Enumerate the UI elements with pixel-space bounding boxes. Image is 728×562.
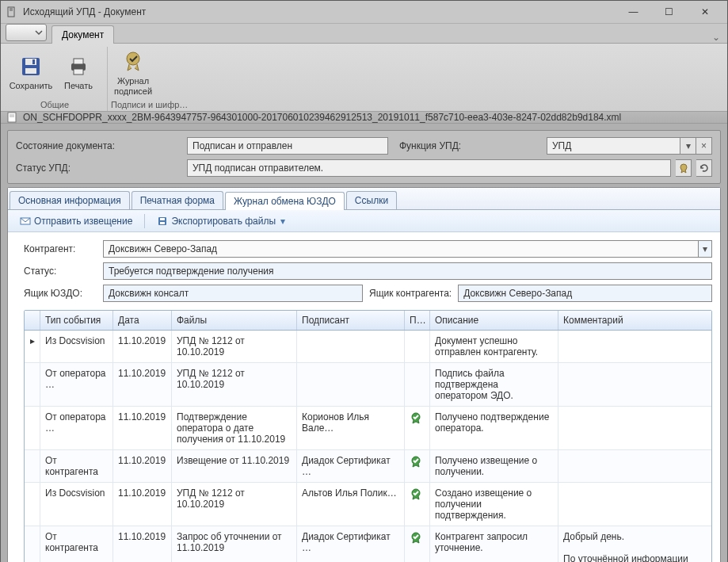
send-notification-button[interactable]: Отправить извещение (14, 213, 138, 229)
table-cell (297, 331, 405, 362)
content-area: Состояние документа: Подписан и отправле… (1, 124, 727, 562)
field-upd-func[interactable]: УПД (547, 137, 680, 155)
field-counterparty[interactable]: Доксвижн Северо-Запад (103, 240, 698, 258)
col-signer[interactable]: Подписант (297, 311, 405, 330)
table-cell: УПД № 1212 от 10.10.2019 (172, 331, 297, 362)
ribbon-tab-document[interactable]: Документ (51, 25, 114, 44)
svg-rect-18 (160, 222, 165, 224)
label-journal-status: Статус: (24, 266, 97, 277)
ribbon-collapse-button[interactable]: ⌄ (710, 32, 722, 43)
tab-links[interactable]: Ссылки (346, 191, 397, 209)
minimize-button[interactable]: — (616, 1, 651, 23)
table-cell: Из Docsvision (40, 483, 113, 526)
journal-grid[interactable]: Тип события Дата Файлы Подписант Пров… О… (24, 310, 712, 562)
sign-journal-button[interactable]: Журнал подписей (111, 47, 155, 98)
rosette-check-icon (120, 49, 146, 75)
chevron-down-icon: ▾ (280, 216, 285, 227)
col-files[interactable]: Файлы (172, 311, 297, 330)
col-verified[interactable]: Пров… (405, 311, 430, 330)
breadcrumb-filename[interactable]: ON_SCHFDOPPR_xxxx_2BM-9643947757-9643010… (23, 112, 621, 123)
label-doc-state: Состояние документа: (16, 140, 182, 151)
window-controls: — ☐ ✕ (616, 1, 722, 23)
app-icon (6, 6, 18, 18)
refresh-icon (699, 163, 709, 173)
table-row[interactable]: От контрагента11.10.2019Запрос об уточне… (25, 526, 711, 562)
verified-cell (405, 450, 430, 482)
tab-print-form[interactable]: Печатная форма (131, 191, 223, 209)
table-cell: УПД № 1212 от 10.10.2019 (172, 363, 297, 406)
col-desc[interactable]: Описание (430, 311, 558, 330)
dropdown-button[interactable]: ▾ (680, 137, 696, 155)
table-cell: Получено подтверждение оператора. (430, 407, 558, 449)
save-button[interactable]: Сохранить (9, 47, 53, 98)
field-counterparty-wrap: Доксвижн Северо-Запад ▾ (103, 240, 712, 258)
table-cell: Извещение от 11.10.2019 (172, 450, 297, 482)
table-cell: 11.10.2019 (113, 483, 172, 526)
table-cell: ▸ (25, 331, 40, 362)
export-files-button[interactable]: Экспортировать файлы ▾ (151, 213, 291, 229)
table-cell: От контрагента (40, 450, 113, 482)
table-cell: Получено извещение о получении. (430, 450, 558, 482)
check-rosette-icon (410, 411, 422, 424)
table-cell (558, 407, 711, 449)
print-button[interactable]: Печать (56, 47, 101, 98)
tab-main-info[interactable]: Основная информация (10, 191, 130, 209)
table-cell: Корионов Илья Вале… (297, 407, 405, 449)
table-cell: Диадок Сертификат … (297, 450, 405, 482)
check-rosette-icon (410, 487, 422, 500)
ribbon-group-label-sign: Подписи и шифр… (111, 98, 188, 109)
verified-cell (405, 526, 430, 562)
tab-exchange-journal[interactable]: Журнал обмена ЮЗДО (225, 192, 345, 210)
label-upd-status: Статус УПД: (16, 162, 182, 174)
table-cell: 11.10.2019 (113, 331, 172, 362)
title-bar: Исходящий УПД - Документ — ☐ ✕ (1, 1, 727, 24)
table-cell: 11.10.2019 (113, 407, 172, 449)
ribbon: Сохранить Печать Общие Журнал подписей (1, 44, 727, 112)
close-button[interactable]: ✕ (687, 1, 722, 23)
col-comment[interactable]: Комментарий (558, 311, 711, 330)
detail-tabs-panel: Основная информация Печатная форма Журна… (7, 187, 721, 562)
status-refresh-button[interactable] (696, 159, 712, 177)
svg-rect-9 (74, 69, 83, 75)
label-edo-box: Ящик ЮЗДО: (24, 288, 97, 299)
check-rosette-icon (410, 531, 422, 544)
table-row[interactable]: От оператора …11.10.2019УПД № 1212 от 10… (25, 363, 711, 407)
table-row[interactable]: Из Docsvision11.10.2019УПД № 1212 от 10.… (25, 483, 711, 526)
verified-cell (405, 483, 430, 526)
table-cell (297, 363, 405, 406)
svg-point-14 (680, 164, 687, 170)
ribbon-group-label-common: Общие (9, 98, 101, 109)
file-icon (7, 112, 18, 123)
table-row[interactable]: ▸Из Docsvision11.10.2019УПД № 1212 от 10… (25, 331, 711, 363)
label-upd-func: Функция УПД: (393, 140, 542, 151)
table-cell: УПД № 1212 от 10.10.2019 (172, 483, 297, 526)
svg-rect-5 (32, 59, 35, 64)
table-row[interactable]: От контрагента11.10.2019Извещение от 11.… (25, 450, 711, 483)
field-upd-status: УПД подписан отправителем. (187, 159, 671, 177)
window: Исходящий УПД - Документ — ☐ ✕ Документ … (0, 0, 728, 562)
field-journal-status: Требуется подтверждение получения (103, 262, 712, 280)
table-row[interactable]: От оператора …11.10.2019Подтверждение оп… (25, 407, 711, 450)
window-title: Исходящий УПД - Документ (23, 6, 616, 17)
label-counterparty: Контрагент: (24, 243, 97, 254)
verified-cell (405, 407, 430, 449)
col-indicator[interactable] (25, 311, 40, 330)
svg-rect-8 (74, 59, 83, 64)
field-upd-func-wrap: УПД ▾ × (547, 137, 712, 155)
document-header-panel: Состояние документа: Подписан и отправле… (7, 130, 721, 184)
grid-header: Тип события Дата Файлы Подписант Пров… О… (25, 311, 711, 331)
svg-point-10 (127, 52, 139, 65)
table-cell: Подпись файла подтверждена оператором ЭД… (430, 363, 558, 406)
table-cell: Подтверждение оператора о дате получения… (172, 407, 297, 449)
counterparty-dropdown-button[interactable]: ▾ (698, 240, 712, 258)
clear-button[interactable]: × (696, 137, 712, 155)
journal-body: Контрагент: Доксвижн Северо-Запад ▾ Стат… (8, 232, 720, 562)
maximize-button[interactable]: ☐ (651, 1, 687, 23)
col-date[interactable]: Дата (113, 311, 172, 330)
verified-cell (405, 363, 430, 406)
table-cell: 11.10.2019 (113, 363, 172, 406)
rosette-icon (678, 162, 689, 174)
col-event-type[interactable]: Тип события (40, 311, 113, 330)
quick-access-menu[interactable] (6, 24, 47, 41)
status-sign-button[interactable] (676, 159, 692, 177)
